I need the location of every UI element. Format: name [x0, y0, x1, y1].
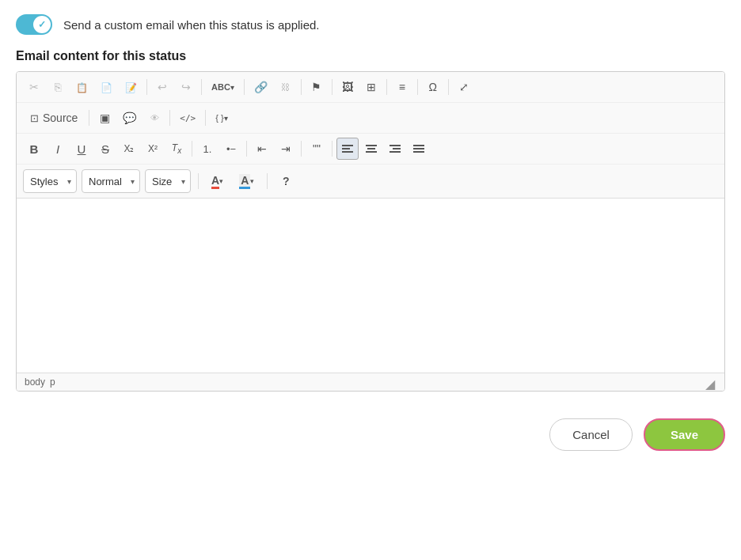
eye-off-button[interactable]: 👁 — [143, 107, 165, 129]
image2-button[interactable]: ▣ — [93, 107, 116, 129]
source-button[interactable]: ⊡ Source — [23, 107, 85, 129]
toolbar-row-1: ABC▾ 🔗 ⛓ ⚑ 🖼 ⊞ ≡ Ω ⤢ — [17, 72, 724, 103]
remove-format-icon: Tx — [172, 142, 181, 155]
save-button[interactable]: Save — [644, 418, 725, 451]
editing-area[interactable] — [17, 199, 724, 373]
italic-button[interactable]: I — [47, 138, 69, 160]
ordered-list-button[interactable]: 1. — [196, 138, 218, 160]
spell-button[interactable]: ABC▾ — [206, 76, 240, 98]
separator-7 — [417, 79, 418, 95]
bg-color-button[interactable]: A▾ — [234, 170, 260, 192]
list-style-button[interactable]: ≡ — [391, 76, 413, 98]
separator-2 — [201, 79, 202, 95]
unlink-icon: ⛓ — [281, 82, 290, 92]
status-p: p — [50, 376, 55, 388]
bold-icon: B — [30, 142, 39, 156]
normal-select[interactable]: Normal — [89, 176, 133, 187]
link-icon: 🔗 — [254, 81, 268, 93]
code-icon: </> — [180, 113, 196, 123]
status-bar-left: body p — [25, 376, 55, 388]
cancel-button[interactable]: Cancel — [549, 418, 633, 451]
anchor-button[interactable]: ⚑ — [306, 76, 328, 98]
italic-icon: I — [56, 142, 59, 156]
decrease-indent-button[interactable]: ⇤ — [251, 138, 273, 160]
unordered-list-icon: •− — [226, 143, 236, 155]
subscript-button[interactable]: X₂ — [118, 138, 140, 160]
remove-format-button[interactable]: Tx — [165, 138, 188, 160]
editor-toolbar: ABC▾ 🔗 ⛓ ⚑ 🖼 ⊞ ≡ Ω ⤢ ⊡ Source ▣ 💬 👁 — [17, 72, 724, 199]
underline-button[interactable]: U — [70, 138, 93, 160]
source-label: Source — [43, 112, 78, 124]
copy-icon — [55, 81, 61, 93]
toolbar-row-3: B I U S X₂ X² Tx 1. •− ⇤ ⇥ "" — [17, 134, 724, 165]
fullscreen-icon: ⤢ — [459, 81, 469, 93]
increase-indent-icon: ⇥ — [281, 142, 291, 155]
bold-button[interactable]: B — [23, 138, 45, 160]
help-icon: ? — [283, 175, 290, 187]
cut-button[interactable] — [23, 76, 45, 98]
separator-10 — [169, 110, 170, 126]
size-select[interactable]: Size — [152, 176, 184, 187]
separator-8 — [448, 79, 449, 95]
separator-12 — [192, 141, 192, 157]
align-center-icon — [366, 144, 377, 153]
paste-icon — [76, 81, 88, 93]
bubble-button[interactable]: 💬 — [117, 107, 142, 129]
blockquote-button[interactable]: "" — [306, 138, 328, 160]
separator-6 — [386, 79, 387, 95]
align-left-icon — [342, 144, 353, 153]
copy-button[interactable] — [47, 76, 69, 98]
link-button[interactable]: 🔗 — [249, 76, 273, 98]
strikethrough-button[interactable]: S — [94, 138, 116, 160]
align-justify-button[interactable] — [408, 138, 430, 160]
anchor-icon: ⚑ — [311, 81, 321, 93]
separator-13 — [246, 141, 247, 157]
styles-select-wrapper[interactable]: Styles ▾ — [23, 169, 77, 193]
font-color-button[interactable]: A▾ — [206, 170, 229, 192]
align-center-button[interactable] — [360, 138, 382, 160]
editor-container: ABC▾ 🔗 ⛓ ⚑ 🖼 ⊞ ≡ Ω ⤢ ⊡ Source ▣ 💬 👁 — [16, 71, 725, 392]
toggle-label: Send a custom email when this status is … — [63, 18, 320, 32]
styles-select[interactable]: Styles — [30, 176, 70, 187]
cut-icon — [29, 81, 39, 93]
redo-button[interactable] — [175, 76, 197, 98]
align-justify-icon — [413, 144, 424, 153]
paste-plain-icon — [101, 81, 112, 93]
bg-color-icon: A — [239, 174, 250, 189]
align-right-button[interactable] — [384, 138, 406, 160]
table-icon: ⊞ — [367, 81, 376, 93]
bubble-icon: 💬 — [123, 112, 136, 124]
subscript-icon: X₂ — [124, 143, 134, 154]
unordered-list-button[interactable]: •− — [220, 138, 242, 160]
separator-4 — [301, 79, 302, 95]
separator-15 — [332, 141, 332, 157]
paste-word-button[interactable] — [120, 76, 142, 98]
image-icon: 🖼 — [342, 81, 353, 93]
separator-9 — [89, 110, 89, 126]
insert-variables-button[interactable]: { }▾ — [210, 107, 233, 129]
size-select-wrapper[interactable]: Size ▾ — [145, 169, 191, 193]
ordered-list-icon: 1. — [203, 143, 212, 155]
custom-email-toggle[interactable]: ✓ — [16, 14, 52, 35]
help-button[interactable]: ? — [275, 170, 297, 192]
fullscreen-button[interactable]: ⤢ — [453, 76, 475, 98]
blockquote-icon: "" — [313, 142, 321, 155]
separator-16 — [198, 173, 199, 189]
undo-button[interactable] — [151, 76, 173, 98]
image-button[interactable]: 🖼 — [336, 76, 359, 98]
unlink-button[interactable]: ⛓ — [275, 76, 297, 98]
align-left-button[interactable] — [336, 138, 359, 160]
superscript-button[interactable]: X² — [142, 138, 164, 160]
paste-plain-button[interactable] — [95, 76, 118, 98]
toggle-row: ✓ Send a custom email when this status i… — [16, 14, 725, 35]
paste-word-icon — [125, 81, 137, 93]
increase-indent-button[interactable]: ⇥ — [275, 138, 297, 160]
paste-button[interactable] — [70, 76, 93, 98]
resize-handle[interactable]: ◢ — [705, 376, 716, 388]
code-button[interactable]: </> — [174, 107, 201, 129]
special-chars-button[interactable]: Ω — [422, 76, 444, 98]
underline-icon: U — [78, 142, 86, 156]
normal-select-wrapper[interactable]: Normal ▾ — [82, 169, 140, 193]
toggle-thumb: ✓ — [33, 16, 51, 33]
table-button[interactable]: ⊞ — [360, 76, 382, 98]
